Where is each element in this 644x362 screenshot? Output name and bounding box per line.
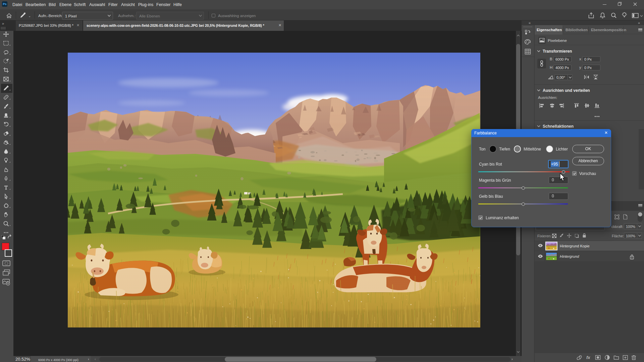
svg-text:fx: fx <box>586 355 590 360</box>
